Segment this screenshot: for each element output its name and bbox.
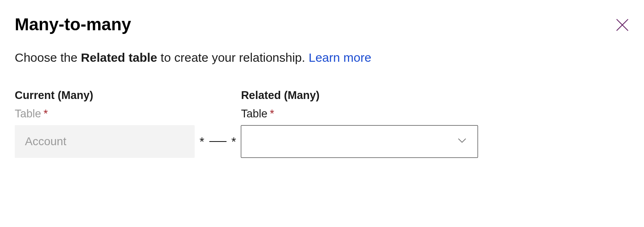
- connector-left-star: *: [200, 135, 204, 148]
- related-field-label-text: Table: [241, 108, 267, 120]
- description-prefix: Choose the: [15, 51, 81, 64]
- relationship-connector: * *: [195, 125, 241, 158]
- current-field-label-text: Table: [15, 108, 41, 120]
- connector-right-star: *: [231, 135, 236, 148]
- related-field-label: Table*: [241, 108, 478, 120]
- chevron-down-icon: [456, 135, 468, 149]
- current-table-input: Account: [15, 125, 195, 158]
- description-bold: Related table: [81, 51, 157, 64]
- connector-line-icon: [209, 141, 227, 142]
- required-indicator: *: [270, 108, 274, 120]
- dialog-title: Many-to-many: [15, 15, 131, 34]
- description-suffix: to create your relationship.: [157, 51, 309, 64]
- close-button[interactable]: [612, 15, 633, 35]
- dialog-description: Choose the Related table to create your …: [15, 51, 629, 65]
- current-table-column: Current (Many) Table* Account: [15, 89, 195, 158]
- learn-more-link[interactable]: Learn more: [309, 51, 371, 64]
- required-indicator: *: [44, 108, 48, 120]
- current-table-value: Account: [25, 135, 66, 148]
- current-field-label: Table*: [15, 108, 195, 120]
- relationship-columns: Current (Many) Table* Account * * Relate…: [15, 89, 629, 158]
- related-section-title: Related (Many): [241, 89, 478, 102]
- related-table-column: Related (Many) Table*: [241, 89, 478, 158]
- current-section-title: Current (Many): [15, 89, 195, 102]
- close-icon: [615, 18, 629, 32]
- dialog-header: Many-to-many: [15, 15, 629, 51]
- related-table-dropdown[interactable]: [241, 125, 478, 158]
